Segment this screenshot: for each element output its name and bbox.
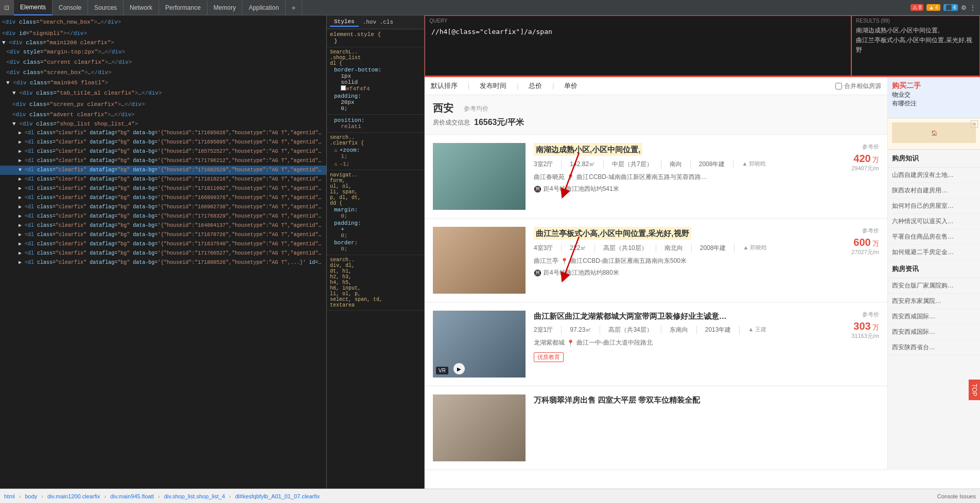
listing-price-1: 参考价 420 万 29407元/m (828, 143, 879, 210)
breadcrumb-dl[interactable]: dl#kesfqbfylb_A01_01_07.clearfix (235, 493, 320, 499)
listing-image-2[interactable] (433, 227, 526, 294)
breadcrumb-html[interactable]: html (4, 493, 15, 499)
merge-similar-checkbox[interactable]: 合并相似房源 (835, 82, 881, 91)
more-options-icon[interactable]: ⋮ (970, 4, 976, 11)
tab-elements[interactable]: Elements (14, 0, 52, 15)
html-line: <div class="advert clearfix">…</div> (0, 110, 326, 119)
tab-sources[interactable]: Sources (88, 0, 124, 15)
sidebar-link-6[interactable]: 如何规避二手房定金… (888, 245, 980, 260)
html-line[interactable]: ▶ <dl class="clearfix" dataflag="bg" dat… (0, 129, 326, 138)
listing-card-1: 南湖边成熟小区,小区中间位置, 3室2厅 142.82㎡ 中层（共7层） 南向 … (425, 135, 887, 219)
html-line[interactable]: ▶ <dl class="clearfix" dataflag="bg" dat… (0, 175, 326, 184)
html-line[interactable]: ▶ <dl class="clearfix" dataflag="bg" dat… (0, 193, 326, 203)
listing-price-2: 参考价 600 万 27027元/m (828, 227, 879, 294)
listing-title-1[interactable]: 南湖边成熟小区,小区中间位置, (534, 143, 642, 156)
play-button[interactable]: ▶ (453, 363, 465, 374)
html-line[interactable]: ▼ <div class="main945 floatl"> (0, 78, 326, 87)
listing-title-3[interactable]: 曲江新区曲江龙湖紫都城大两室带两卫装修好业主诚意… (534, 311, 828, 321)
sort-publish-time[interactable]: 发布时间 (480, 81, 506, 91)
sort-total-price[interactable]: 总价 (529, 81, 542, 91)
floor-3: 高层（共34层） (608, 326, 661, 334)
html-line-selected[interactable]: ▼ <dl class="clearfix" dataflag="bg" dat… (0, 166, 326, 175)
css-block-nav: navigat..form,ul, ol,li, span,p, dl, dt,… (327, 170, 424, 255)
html-line[interactable]: ▼ <div class="shop_list shop_list_4"> (0, 119, 326, 129)
html-line[interactable]: ▶ <dl class="clearfix" dataflag="bg" dat… (0, 147, 326, 156)
breadcrumb-main1200[interactable]: div.main1200.clearfix (47, 493, 100, 499)
html-line[interactable]: ▶ <dl class="clearfix" dataflag="bg" dat… (0, 258, 326, 267)
sort-default[interactable]: 默认排序 (431, 81, 458, 91)
html-line[interactable]: ▼ <div class="main1200 clearfix"> (0, 38, 326, 47)
result-item-2: 曲江兰亭板式小高,小区中间位置,采光好,视野 (856, 37, 972, 53)
listing-title-text-1: 南湖边成熟小区,小区中间位置, (536, 145, 640, 154)
sidebar-ad-2[interactable]: × 🏠 (888, 118, 980, 150)
sidebar-link-1[interactable]: 山西自建房没有土地… (888, 168, 980, 183)
sidebar-ad-1[interactable]: 购买二手 物业交 有哪些注 (888, 77, 980, 118)
results-label: RESULTS (99) (856, 18, 975, 24)
listing-title-4[interactable]: 万科翡翠洋房出售 四室大平层 带双车位精装全配 (534, 394, 879, 405)
merge-checkbox-input[interactable] (835, 83, 842, 89)
html-line[interactable]: ▶ <dl class="clearfix" dataflag="bg" dat… (0, 230, 326, 240)
html-line[interactable]: ▶ <dl class="clearfix" dataflag="bg" dat… (0, 156, 326, 166)
listing-info-1: 南湖边成熟小区,小区中间位置, 3室2厅 142.82㎡ 中层（共7层） 南向 … (534, 143, 828, 210)
sidebar-link-2[interactable]: 陕西农村自建房用… (888, 183, 980, 199)
sidebar-link-4[interactable]: 六种情况可以退买入… (888, 214, 980, 229)
sidebar-news-link-1[interactable]: 西安台版厂家属院购… (888, 278, 980, 294)
tab-window-switcher[interactable]: ⊡ (0, 0, 14, 15)
area-2: 222㎡ (570, 244, 595, 253)
price-value-2: 600 (853, 237, 870, 248)
tab-application[interactable]: Application (242, 0, 286, 15)
community-name-2: 曲江兰亭 (534, 257, 558, 265)
listing-image-1[interactable] (433, 143, 526, 210)
html-line[interactable]: ▼ <div class="tab_title_al clearfix">…</… (0, 88, 326, 98)
css-block-clearfix: search...clearfix { ⚠+zoom: 1; ⚠-1; (327, 133, 424, 170)
settings-icon[interactable]: ⚙ (961, 4, 967, 11)
community-name-3: 龙湖紫都城 (534, 338, 565, 347)
tab-more[interactable]: » (286, 0, 302, 15)
year-3: 2013年建 (705, 326, 740, 334)
tab-console[interactable]: Console (52, 0, 88, 15)
results-section: RESULTS (99) 南湖边成熟小区,小区中间位置, 曲江兰亭板式小高,小区… (851, 15, 980, 76)
sidebar-link-5[interactable]: 平署自住商品房在售… (888, 229, 980, 245)
bottom-bar: html › body › div.main1200.clearfix › di… (0, 489, 980, 503)
query-input[interactable]: //h4[@class="clearfix"]/a/span (429, 26, 847, 38)
html-line[interactable]: ▶ <dl class="clearfix" dataflag="bg" dat… (0, 212, 326, 221)
listing-image-4[interactable] (433, 394, 526, 461)
sidebar-news-link-4[interactable]: 西安西咸国际… (888, 325, 980, 340)
edu-tag[interactable]: 优质教育 (534, 352, 564, 362)
listing-image-3[interactable]: VR ▶ (433, 311, 526, 378)
listing-title-2[interactable]: 曲江兰亭板式小高,小区中间位置,采光好,视野 (534, 227, 691, 240)
html-line[interactable]: ▶ <dl class="clearfix" dataflag="bg" dat… (0, 221, 326, 230)
listing-community-1[interactable]: 曲江春晓苑 📍 曲江CCBD-城南曲江新区雁南五路与芙蓉西路… (534, 173, 828, 182)
html-line[interactable]: ▶ <dl class="clearfix" dataflag="bg" dat… (0, 249, 326, 258)
sort-unit-price[interactable]: 单价 (564, 81, 577, 91)
address-3: 曲江一中-曲江大道中段路北 (576, 338, 653, 347)
back-to-top-button[interactable]: TOP (969, 380, 980, 400)
tab-hov-cls[interactable]: .hov .cls (359, 18, 397, 26)
breadcrumb-main945[interactable]: div.main945.floatl (110, 493, 154, 499)
html-line[interactable]: ▶ <dl class="clearfix" dataflag="bg" dat… (0, 138, 326, 147)
tab-styles[interactable]: Styles (330, 17, 359, 27)
css-block-search-elements: search..div, dl,dt, h1,h2, h3,h4, h5,h6,… (327, 255, 424, 311)
sidebar-news-link-2[interactable]: 西安府东家属院… (888, 294, 980, 309)
results-text: 南湖边成熟小区,小区中间位置, 曲江兰亭板式小高,小区中间位置,采光好,视野 (856, 26, 975, 56)
error-badge: ⚠ 8 (911, 4, 923, 11)
listing-community-2[interactable]: 曲江兰亭 📍 曲江CCBD-曲江新区雁南五路南向东500米 (534, 257, 828, 265)
html-line[interactable]: ▶ <dl class="clearfix" dataflag="bg" dat… (0, 240, 326, 249)
html-line[interactable]: ▶ <dl class="clearfix" dataflag="bg" dat… (0, 184, 326, 193)
breadcrumb-shoplist[interactable]: div.shop_list.shop_list_4 (164, 493, 225, 499)
tab-network[interactable]: Network (124, 0, 159, 15)
sidebar-news-link-5[interactable]: 西安陕西省台… (888, 340, 980, 355)
location-icon-3: 📍 (567, 339, 574, 347)
area-3: 97.23㎡ (570, 326, 600, 334)
sidebar-news-link-3[interactable]: 西安西咸国际… (888, 309, 980, 325)
agent-1: ▲ 郑晓晗 (742, 160, 782, 169)
price-label: 房价成交信息 (433, 118, 470, 127)
listing-community-3[interactable]: 龙湖紫都城 📍 曲江一中-曲江大道中段路北 (534, 338, 828, 347)
breadcrumb-body[interactable]: body (25, 493, 37, 499)
tab-performance[interactable]: Performance (159, 0, 207, 15)
sidebar-link-3[interactable]: 如何对自己的房屋室… (888, 199, 980, 214)
html-line[interactable]: ▶ <dl class="clearfix" dataflag="bg" dat… (0, 203, 326, 212)
vr-badge[interactable]: VR (436, 367, 448, 374)
tab-memory[interactable]: Memory (207, 0, 242, 15)
ad-close-icon[interactable]: × (971, 120, 978, 128)
